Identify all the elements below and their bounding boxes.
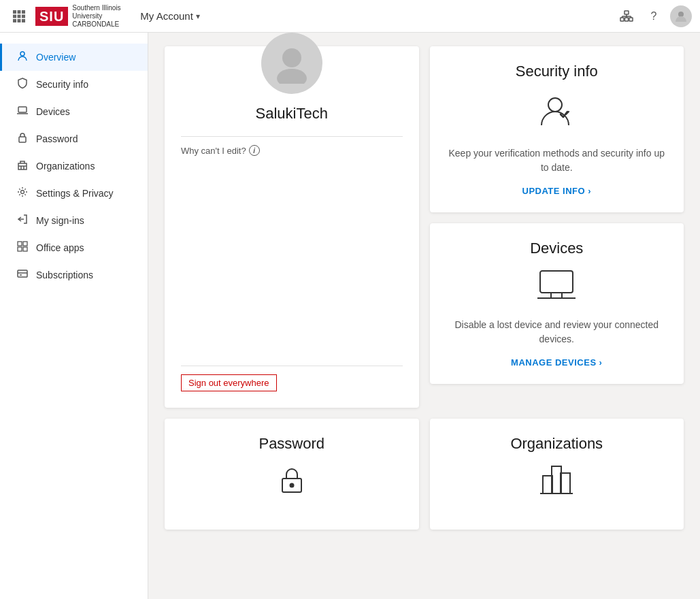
- waffle-menu[interactable]: [8, 5, 30, 27]
- sidebar-item-password[interactable]: Password: [0, 125, 148, 152]
- sidebar-label-office-apps: Office apps: [36, 242, 84, 253]
- office-apps-icon: [16, 241, 29, 255]
- bottom-row: Password Organizations: [165, 419, 684, 530]
- password-card: Password: [165, 419, 419, 530]
- sidebar-label-devices: Devices: [36, 106, 70, 117]
- svg-rect-3: [13, 14, 16, 18]
- right-column: Security info Keep your verification met…: [430, 46, 684, 408]
- svg-rect-11: [625, 18, 629, 21]
- why-edit-text[interactable]: Why can't I edit? i: [181, 145, 260, 156]
- subscriptions-icon: [16, 268, 29, 282]
- user-avatar[interactable]: [670, 5, 692, 27]
- university-logo: SIU Southern Illinois UniversityCARBONDA…: [35, 4, 127, 29]
- profile-avatar: [261, 33, 322, 94]
- svg-rect-9: [624, 11, 629, 14]
- sidebar-item-organizations[interactable]: Organizations: [0, 152, 148, 180]
- org-icon-button[interactable]: [616, 5, 637, 27]
- svg-point-38: [548, 98, 562, 112]
- svg-rect-1: [18, 10, 21, 14]
- sidebar-label-subscriptions: Subscriptions: [36, 270, 93, 280]
- svg-point-19: [20, 52, 24, 56]
- security-info-icon: [537, 91, 576, 135]
- sidebar-item-settings-privacy[interactable]: Settings & Privacy: [0, 180, 148, 207]
- help-button[interactable]: ?: [643, 5, 665, 27]
- svg-rect-30: [23, 242, 27, 246]
- sidebar-item-my-sign-ins[interactable]: My sign-ins: [0, 207, 148, 234]
- profile-name: SalukiTech: [256, 105, 328, 123]
- sidebar-item-devices[interactable]: Devices: [0, 98, 148, 125]
- svg-rect-0: [13, 10, 16, 14]
- main-layout: Overview Security info Devices: [0, 33, 700, 599]
- laptop-icon: [16, 105, 29, 118]
- info-icon: i: [249, 145, 260, 156]
- logo-text: Southern Illinois UniversityCARBONDALE: [72, 4, 127, 29]
- organizations-icon: [540, 464, 573, 502]
- gear-icon: [16, 187, 29, 200]
- svg-rect-32: [23, 247, 27, 251]
- svg-rect-2: [22, 10, 25, 14]
- security-info-desc: Keep your verification methods and secur…: [446, 146, 668, 175]
- sidebar-label-password: Password: [36, 133, 78, 144]
- security-info-card: Security info Keep your verification met…: [430, 46, 684, 212]
- sign-out-everywhere-button[interactable]: Sign out everywhere: [181, 374, 277, 391]
- profile-divider: [181, 136, 403, 137]
- sidebar-item-overview[interactable]: Overview: [0, 44, 148, 71]
- main-grid: SalukiTech Why can't I edit? i Sign out …: [165, 46, 684, 408]
- svg-rect-33: [18, 270, 27, 277]
- organizations-card: Organizations: [430, 419, 684, 530]
- svg-point-37: [277, 69, 307, 84]
- svg-rect-31: [18, 247, 22, 251]
- svg-rect-10: [620, 18, 624, 21]
- password-title: Password: [259, 435, 324, 453]
- app-title-text: My Account: [140, 10, 193, 22]
- chevron-right-icon: ›: [588, 186, 591, 196]
- chevron-right-icon2: ›: [599, 357, 603, 368]
- devices-card: Devices Disable a lost device and review…: [430, 223, 684, 384]
- security-info-title: Security info: [516, 63, 598, 80]
- svg-rect-7: [18, 19, 21, 22]
- sidebar-item-office-apps[interactable]: Office apps: [0, 234, 148, 261]
- update-info-label: UPDATE INFO: [522, 186, 586, 196]
- svg-rect-40: [540, 271, 573, 293]
- svg-point-27: [21, 191, 24, 194]
- chevron-down-icon: ▾: [196, 12, 200, 21]
- sidebar-label-organizations: Organizations: [36, 161, 95, 172]
- shield-icon: [16, 78, 29, 91]
- sidebar-item-security-info[interactable]: Security info: [0, 71, 148, 98]
- manage-devices-link[interactable]: MANAGE DEVICES ›: [511, 357, 602, 368]
- password-icon: [276, 464, 308, 502]
- building-icon: [16, 159, 29, 173]
- svg-rect-29: [18, 242, 22, 246]
- svg-point-18: [678, 12, 684, 17]
- profile-card: SalukiTech Why can't I edit? i Sign out …: [165, 46, 419, 408]
- question-mark-icon: ?: [651, 10, 657, 22]
- sidebar-label-my-sign-ins: My sign-ins: [36, 215, 84, 226]
- svg-rect-8: [22, 19, 25, 22]
- profile-bottom-divider: [181, 366, 403, 366]
- devices-icon: [537, 268, 576, 307]
- svg-rect-22: [19, 137, 26, 142]
- svg-rect-48: [561, 473, 570, 493]
- main-content: SalukiTech Why can't I edit? i Sign out …: [148, 33, 700, 599]
- logo-box: SIU: [35, 7, 68, 26]
- manage-devices-label: MANAGE DEVICES: [511, 357, 596, 368]
- svg-point-36: [282, 48, 301, 67]
- sidebar: Overview Security info Devices: [0, 33, 148, 599]
- sidebar-label-overview: Overview: [36, 52, 76, 63]
- svg-rect-4: [18, 14, 21, 18]
- sidebar-label-security-info: Security info: [36, 79, 88, 90]
- svg-rect-5: [22, 14, 25, 18]
- svg-rect-6: [13, 19, 16, 22]
- svg-rect-12: [629, 18, 633, 21]
- svg-point-45: [290, 484, 293, 487]
- svg-rect-46: [543, 476, 552, 493]
- update-info-link[interactable]: UPDATE INFO ›: [522, 186, 592, 196]
- devices-title: Devices: [530, 240, 583, 257]
- app-header: SIU Southern Illinois UniversityCARBONDA…: [0, 0, 700, 33]
- devices-desc: Disable a lost device and review your co…: [446, 318, 668, 346]
- app-title-button[interactable]: My Account ▾: [140, 10, 200, 22]
- svg-rect-47: [552, 466, 561, 493]
- person-icon: [16, 50, 29, 64]
- signin-icon: [16, 214, 29, 227]
- sidebar-item-subscriptions[interactable]: Subscriptions: [0, 261, 148, 289]
